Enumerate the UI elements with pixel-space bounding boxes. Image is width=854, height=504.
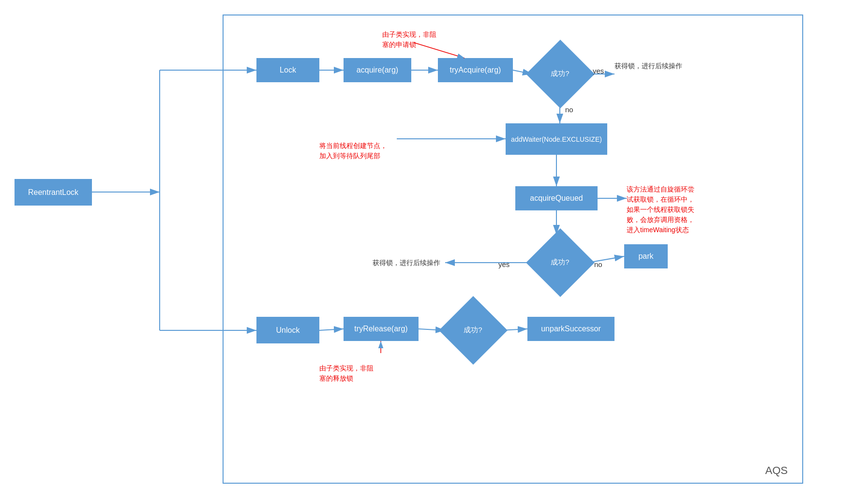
diagram-container: AQS ReentrantLock Lock Unlock acquire(ar… <box>0 0 854 504</box>
annotation-addwaiter: 将当前线程创建节点， 加入到等待队列尾部 <box>319 131 387 161</box>
label-yes1: yes <box>593 67 604 75</box>
label-no1: no <box>565 105 573 114</box>
node-unlock: Unlock <box>256 317 319 343</box>
annotation-acquirequeued: 该方法通过自旋循环尝 试获取锁，在循环中， 如果一个线程获取锁失 败，会放弃调用… <box>627 174 694 235</box>
node-reentrantlock: ReentrantLock <box>15 179 92 206</box>
node-diamond2: 成功? <box>532 235 588 290</box>
node-acquirequeued: acquireQueued <box>515 186 598 210</box>
annotation-tryrelease: 由子类实现，非阻 塞的释放锁 <box>319 353 374 384</box>
aqs-box: AQS <box>223 15 803 484</box>
label-success2: 获得锁，进行后续操作 <box>373 259 440 267</box>
annotation-tryacquire: 由子类实现，非阻 塞的申请锁 <box>382 19 436 50</box>
node-addwaiter: addWaiter(Node.EXCLUSIZE) <box>506 123 607 155</box>
node-diamond3: 成功? <box>445 302 501 358</box>
label-no2: no <box>594 260 602 268</box>
aqs-label: AQS <box>765 464 788 477</box>
node-unparksuccessor: unparkSuccessor <box>527 317 614 341</box>
node-lock: Lock <box>256 58 319 82</box>
node-park: park <box>624 244 668 268</box>
label-success1: 获得锁，进行后续操作 <box>614 62 682 71</box>
node-tryrelease: tryRelease(arg) <box>344 317 419 341</box>
label-yes2: yes <box>498 260 509 268</box>
node-acquire: acquire(arg) <box>344 58 411 82</box>
node-diamond1: 成功? <box>532 46 588 102</box>
node-tryacquire: tryAcquire(arg) <box>438 58 513 82</box>
